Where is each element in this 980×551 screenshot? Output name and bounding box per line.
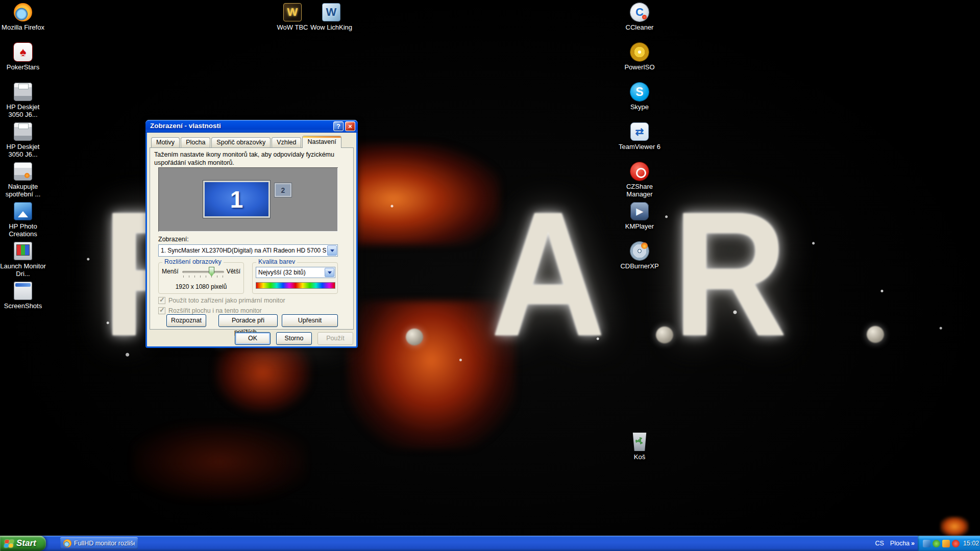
apply-button[interactable]: Použít xyxy=(317,332,353,345)
desktop-icon-label: CCleaner xyxy=(617,23,663,31)
desktop-icon-label: PowerISO xyxy=(617,63,663,71)
tab-nastaveni[interactable]: Nastavení xyxy=(302,136,341,148)
help-button[interactable]: ? xyxy=(333,121,344,131)
monitor-2-number: 2 xyxy=(281,186,285,194)
desktop-icon-hp-deskjet-1[interactable]: HP Deskjet 3050 J6... xyxy=(0,83,46,119)
color-quality-select[interactable]: Nejvyšší (32 bitů) xyxy=(256,267,335,278)
ccleaner-icon: C xyxy=(630,3,649,21)
display-properties-dialog: Zobrazení - vlastnosti ? × Motivy Plocha… xyxy=(145,120,358,348)
desktop-icon-label: KMPlayer xyxy=(617,222,663,230)
desktop-icon-kmplayer[interactable]: ▶ KMPlayer xyxy=(617,202,663,230)
desktop-icon-screenshots[interactable]: ScreenShots xyxy=(0,282,46,310)
kmplayer-icon: ▶ xyxy=(630,202,649,220)
taskbar-clock[interactable]: 15:02 xyxy=(963,540,979,547)
desktop-icon-label: Skype xyxy=(617,103,663,111)
display-select-value: 1. SyncMaster XL2370HD(Digital) na ATI R… xyxy=(161,247,326,254)
spade-glyph: ♠ xyxy=(20,45,27,59)
desktop-icon-label: Nakupujte spotřební ... xyxy=(0,183,46,198)
desktop-icon-mozilla-firefox[interactable]: Mozilla Firefox xyxy=(0,3,46,31)
identify-button[interactable]: Rozpoznat xyxy=(166,314,206,327)
ccleaner-letter-glyph: C xyxy=(635,6,644,19)
tray-icon-2[interactable] xyxy=(933,540,940,547)
desktop-icon-nakupujte-spotrebni[interactable]: Nakupujte spotřební ... xyxy=(0,162,46,198)
pokerstars-icon: ♠ xyxy=(14,43,32,61)
desktop-icon-label: TeamViewer 6 xyxy=(617,143,663,151)
taskbar-task-firefox[interactable]: FullHD monitor rozliše... xyxy=(60,537,138,549)
desktop-icon-recycle-bin[interactable]: Koš xyxy=(617,433,663,461)
plocha-toolbar[interactable]: Plocha» xyxy=(890,540,915,547)
desktop-icon-poweriso[interactable]: PowerISO xyxy=(617,43,663,71)
flag-quadrant xyxy=(4,544,9,547)
advanced-button[interactable]: Upřesnit xyxy=(282,314,338,327)
ok-button[interactable]: OK xyxy=(235,332,271,345)
desktop-icon-cdburnerxp[interactable]: CDBurnerXP xyxy=(617,242,663,270)
photo-icon xyxy=(14,202,32,220)
desktop-icon-label: Koš xyxy=(617,453,663,461)
desktop-icon-label: HP Deskjet 3050 J6... xyxy=(0,143,46,159)
desktop-icon-launch-monitor-driver[interactable]: Launch Monitor Dri... xyxy=(0,242,46,278)
monitor-arrangement-area: 1 2 xyxy=(158,167,338,232)
firefox-icon xyxy=(63,539,71,547)
desktop-icon-label: CDBurnerXP xyxy=(617,262,663,270)
desktop-icon-teamviewer[interactable]: ⇄ TeamViewer 6 xyxy=(617,122,663,151)
tray-icon-3[interactable] xyxy=(942,540,950,547)
skype-letter-glyph: S xyxy=(635,85,643,99)
monitor-1[interactable]: 1 xyxy=(203,181,270,218)
display-select[interactable]: 1. SyncMaster XL2370HD(Digital) na ATI R… xyxy=(158,244,338,257)
teamviewer-icon: ⇄ xyxy=(630,122,649,141)
wow-letter-glyph: W xyxy=(287,6,298,19)
tab-vzhled[interactable]: Vzhled xyxy=(272,137,301,147)
close-button[interactable]: × xyxy=(345,121,355,131)
desktop-icon-czshare-manager[interactable]: CZShare Manager xyxy=(617,162,663,198)
extend-desktop-checkbox[interactable] xyxy=(158,307,165,314)
arrows-glyph: ⇄ xyxy=(635,126,644,138)
instruction-text: Tažením nastavte ikony monitorů tak, aby… xyxy=(154,151,350,167)
extend-desktop-checkbox-label: Rozšířit plochu i na tento monitor xyxy=(168,307,262,314)
desktop-icon-skype[interactable]: S Skype xyxy=(617,83,663,111)
language-indicator[interactable]: CS xyxy=(875,540,884,547)
tab-plocha[interactable]: Plocha xyxy=(181,137,210,147)
dialog-tabs: Motivy Plocha Spořič obrazovky Vzhled Na… xyxy=(151,136,341,147)
skype-icon: S xyxy=(630,83,649,101)
tab-motivy[interactable]: Motivy xyxy=(151,137,180,147)
poweriso-icon xyxy=(630,43,649,61)
desktop-icon-label: Mozilla Firefox xyxy=(0,23,46,31)
desktop-icon-pokerstars[interactable]: ♠ PokerStars xyxy=(0,43,46,71)
desktop-icon-ccleaner[interactable]: C CCleaner xyxy=(617,3,663,31)
dropdown-arrow-icon[interactable] xyxy=(325,268,334,277)
printer-icon xyxy=(14,83,32,101)
desktop-icon-hp-photo-creations[interactable]: HP Photo Creations xyxy=(0,202,46,238)
system-tray: 15:02 xyxy=(918,536,980,551)
flag-quadrant xyxy=(9,544,13,547)
color-quality-value: Nejvyšší (32 bitů) xyxy=(258,269,324,276)
start-button-label: Start xyxy=(16,538,36,548)
tray-icon-1[interactable] xyxy=(923,540,930,547)
display-label: Zobrazení: xyxy=(158,236,189,243)
resolution-slider[interactable] xyxy=(182,267,224,279)
desktop-icon-label: Launch Monitor Dri... xyxy=(0,262,46,278)
resolution-value: 980 x 551 pixelů xyxy=(159,283,243,290)
wow-letter-glyph: W xyxy=(326,6,337,19)
resolution-group: Rozlišení obrazovky Menší Větší 1920 x 1… xyxy=(158,262,244,294)
dialog-titlebar[interactable]: Zobrazení - vlastnosti ? × xyxy=(145,120,358,133)
chevron-icon: » xyxy=(911,540,915,547)
desktop-icon-hp-deskjet-2[interactable]: HP Deskjet 3050 J6... xyxy=(0,122,46,159)
extend-desktop-row: Rozšířit plochu i na tento monitor xyxy=(158,307,262,314)
slider-track[interactable] xyxy=(182,271,224,273)
primary-monitor-checkbox[interactable] xyxy=(158,297,165,304)
tray-icon-4[interactable] xyxy=(952,540,960,547)
cdburnerxp-icon xyxy=(630,242,649,260)
cancel-button[interactable]: Storno xyxy=(276,332,312,345)
tab-sporic-obrazovky[interactable]: Spořič obrazovky xyxy=(211,137,271,147)
settings-tab-page: Tažením nastavte ikony monitorů tak, aby… xyxy=(150,147,354,330)
troubleshoot-button[interactable]: Poradce při potížích... xyxy=(218,314,278,327)
monitor-2[interactable]: 2 xyxy=(275,183,291,197)
primary-monitor-row: Použít toto zařízení jako primární monit… xyxy=(158,297,285,304)
color-quality-group: Kvalita barev Nejvyšší (32 bitů) xyxy=(252,262,338,294)
flag-quadrant xyxy=(9,540,14,543)
desktop-icon-wow-lichking[interactable]: W Wow LichKing xyxy=(308,3,354,31)
firefox-icon xyxy=(14,3,32,21)
color-depth-preview xyxy=(256,282,335,289)
start-button[interactable]: Start xyxy=(0,536,46,551)
dropdown-arrow-icon[interactable] xyxy=(327,245,337,256)
